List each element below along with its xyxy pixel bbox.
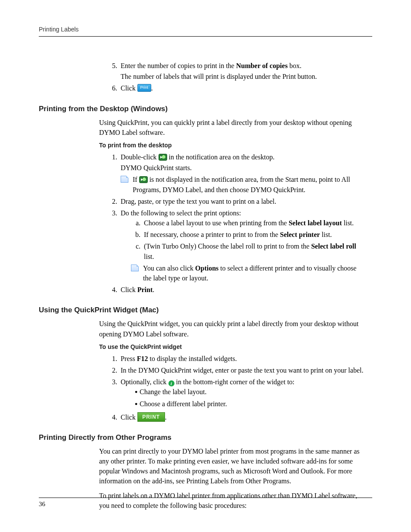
- note-icon: [121, 176, 128, 183]
- step-number: 5.: [108, 61, 121, 81]
- paragraph: Using QuickPrint, you can quickly print …: [99, 118, 366, 137]
- text: Enter the number of copies to print in t…: [121, 62, 236, 69]
- bold: Print: [137, 286, 153, 293]
- text: (Twin Turbo Only) Choose the label roll …: [144, 243, 311, 250]
- sec1-step-4: 4. Click Print.: [108, 285, 366, 295]
- quickprint-tray-icon: [159, 154, 167, 161]
- text: Double-click: [121, 153, 159, 161]
- text: box.: [288, 62, 302, 69]
- step-number: 4.: [108, 412, 121, 422]
- bullet-item: ●Change the label layout.: [133, 387, 366, 397]
- step-number: 2.: [108, 365, 121, 375]
- text: .: [153, 286, 154, 293]
- text: .: [165, 414, 167, 421]
- text: in the bottom-right corner of the widget…: [174, 378, 295, 386]
- paragraph: You can print directly to your DYMO labe…: [99, 446, 366, 486]
- sec2-step-2: 2. In the DYMO QuickPrint widget, enter …: [108, 365, 366, 375]
- text: Click: [121, 286, 137, 293]
- text: If necessary, choose a printer to print …: [144, 231, 280, 238]
- paragraph: Using the QuickPrint widget, you can qui…: [99, 319, 366, 339]
- text: Optionally, click: [121, 378, 168, 386]
- step-number: 4.: [108, 285, 121, 295]
- heading-printing-desktop-windows: Printing from the Desktop (Windows): [39, 105, 366, 113]
- bold: Number of copies: [236, 62, 288, 69]
- text: Press: [121, 355, 137, 362]
- text: is not displayed in the notification are…: [133, 176, 350, 193]
- info-icon: [168, 380, 174, 386]
- step-number: 2.: [108, 196, 121, 206]
- sec1-steps: 1. Double-click in the notification area…: [108, 152, 366, 295]
- step-number: 1.: [108, 354, 121, 364]
- bold: F12: [137, 355, 148, 362]
- step-5-line2: The number of labels that will print is …: [121, 72, 366, 81]
- task-heading: To print from the desktop: [99, 142, 366, 149]
- task-heading: To use the QuickPrint widget: [99, 343, 366, 350]
- text: list.: [144, 253, 154, 260]
- text: Drag, paste, or type the text you want t…: [121, 196, 366, 206]
- content: 5. Enter the number of copies to print i…: [39, 61, 372, 510]
- quickprint-tray-icon: [139, 176, 148, 183]
- page: Printing Labels 5. Enter the number of c…: [0, 0, 411, 532]
- text: If: [133, 176, 139, 183]
- note: You can also click Options to select a d…: [131, 263, 366, 283]
- print-button-green-icon: [137, 412, 165, 422]
- step-number: 3.: [108, 208, 121, 283]
- page-number: 36: [39, 501, 45, 507]
- text: list.: [342, 219, 354, 227]
- text: In the DYMO QuickPrint widget, enter or …: [121, 365, 366, 375]
- note-icon: [131, 264, 139, 271]
- text: Click: [121, 84, 137, 92]
- sec2-step-3: 3. Optionally, click in the bottom-right…: [108, 377, 366, 411]
- sec1-step-1: 1. Double-click in the notification area…: [108, 152, 366, 195]
- step-number: 3.: [108, 377, 121, 411]
- substep-b: b. If necessary, choose a printer to pri…: [133, 230, 366, 240]
- sec1-step-2: 2. Drag, paste, or type the text you wan…: [108, 196, 366, 206]
- top-continued-steps: 5. Enter the number of copies to print i…: [108, 61, 366, 93]
- step-5: 5. Enter the number of copies to print i…: [108, 61, 366, 81]
- sec2-steps: 1. Press F12 to display the installed wi…: [108, 354, 366, 422]
- step-6: 6. Click .: [108, 83, 366, 93]
- text: .: [151, 84, 153, 92]
- page-header: Printing Labels: [39, 26, 372, 37]
- text: Choose a different label printer.: [140, 399, 227, 409]
- bold: Select printer: [280, 231, 320, 238]
- heading-printing-other-programs: Printing Directly from Other Programs: [39, 433, 366, 442]
- substep-a: a. Choose a label layout to use when pri…: [133, 218, 366, 228]
- substep-letter: b.: [133, 230, 144, 240]
- note: If is not displayed in the notification …: [121, 174, 366, 194]
- page-footer: 36: [39, 498, 372, 508]
- text: You can also click: [143, 264, 195, 272]
- bold: Select label layout: [289, 219, 342, 227]
- substep-c: c. (Twin Turbo Only) Choose the label ro…: [133, 241, 366, 261]
- sec2-step-4: 4. Click .: [108, 412, 366, 422]
- substep-letter: a.: [133, 218, 144, 228]
- bullet-dot-icon: ●: [133, 399, 140, 409]
- text: list.: [320, 231, 332, 238]
- text: Choose a label layout to use when printi…: [144, 219, 289, 227]
- text: Change the label layout.: [140, 387, 207, 397]
- text: to display the installed widgets.: [148, 355, 237, 362]
- substep-letter: c.: [133, 241, 144, 261]
- text: Do the following to select the print opt…: [121, 209, 241, 217]
- sec1-step-3: 3. Do the following to select the print …: [108, 208, 366, 283]
- bold: Select label roll: [311, 243, 356, 250]
- bullet-item: ●Choose a different label printer.: [133, 399, 366, 409]
- text: Click: [121, 414, 137, 421]
- sec1-step-1-line2: DYMO QuickPrint starts.: [121, 163, 366, 173]
- sec2-step-1: 1. Press F12 to display the installed wi…: [108, 354, 366, 364]
- bold: Options: [195, 264, 218, 272]
- text: in the notification area on the desktop.: [167, 153, 275, 161]
- heading-quickprint-widget-mac: Using the QuickPrint Widget (Mac): [39, 306, 366, 314]
- print-button-icon: [137, 84, 151, 92]
- step-number: 6.: [108, 83, 121, 93]
- step-number: 1.: [108, 152, 121, 195]
- bullet-dot-icon: ●: [133, 387, 140, 397]
